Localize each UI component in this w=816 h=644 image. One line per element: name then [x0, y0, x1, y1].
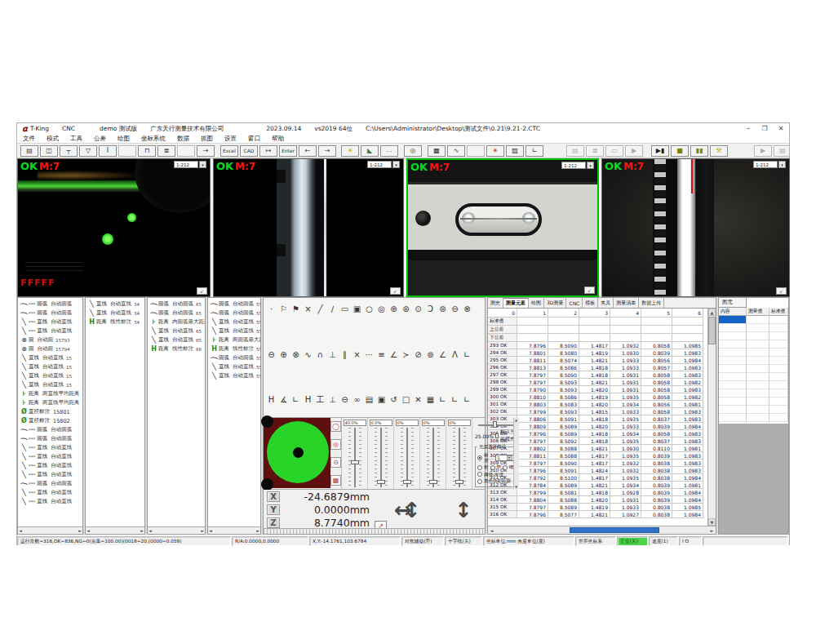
table-row[interactable]: 294 OK7.88018.50801.48191.09300.80391.09…	[488, 349, 707, 357]
laser-mark-button[interactable]: ✳	[486, 145, 504, 157]
line-tool[interactable]: ╱	[314, 303, 326, 315]
list-item[interactable]: ╲直线自动直线55	[208, 318, 260, 326]
list-item[interactable]: (***圆弧自动圆弧	[18, 425, 82, 434]
tab-3D测量[interactable]: 3D测量	[544, 298, 566, 308]
play-button[interactable]: ▶	[625, 145, 643, 157]
play-to-end-button[interactable]: ▶▮	[651, 145, 669, 157]
tab-测量清单[interactable]: 测量清单	[614, 298, 639, 308]
slider-thumb[interactable]	[403, 480, 411, 484]
ellipse-tool[interactable]: ⊖	[265, 349, 277, 361]
table-row[interactable]: 316 OK7.87968.50771.48211.09270.80381.09…	[488, 511, 707, 518]
list-item[interactable]: Η距离线性标注55	[208, 344, 260, 353]
enter-button[interactable]: Enter	[279, 145, 297, 157]
master-light-slider[interactable]	[478, 421, 513, 428]
zoom-minus-button[interactable]: - -	[380, 145, 398, 157]
status-正交(关)[interactable]: 正交(关)	[617, 536, 648, 546]
camera-resize-handle[interactable]: ↙	[197, 287, 207, 295]
tab-测光[interactable]: 测光	[488, 298, 503, 308]
element-row[interactable]	[719, 316, 788, 324]
menu-item-设置[interactable]: 设置	[219, 135, 242, 143]
tab-夹具[interactable]: 夹具	[598, 298, 614, 308]
list-item[interactable]: (圆弧自动圆弧55	[208, 353, 260, 362]
list-item[interactable]: ╲直线自动直线34	[86, 300, 144, 309]
z-axis-icon[interactable]: Z	[267, 517, 280, 528]
element-row[interactable]	[719, 349, 788, 357]
list-item[interactable]: ⊦距离两直线平均距离	[18, 389, 82, 398]
menu-item-数据[interactable]: 数据	[171, 135, 195, 143]
element-row[interactable]	[719, 324, 788, 332]
table-row[interactable]: 299 OK7.87908.50931.48201.09310.80581.09…	[488, 386, 707, 393]
table-row[interactable]: 311 OK7.87928.51001.48171.09350.80381.09…	[488, 474, 707, 482]
folder-button[interactable]: ▭	[605, 145, 623, 157]
element-row[interactable]	[719, 406, 788, 414]
scroll-down-icon[interactable]: ▼	[708, 518, 716, 526]
probe-button[interactable]: ┬	[60, 145, 78, 157]
circle-dot-tool[interactable]: ⊙	[412, 303, 424, 315]
status-速度(1)[interactable]: 速度(1)	[649, 536, 678, 546]
table-row[interactable]: 303 OK7.88068.50911.48181.09350.80371.09…	[488, 415, 707, 423]
xy-jog-pad[interactable]: ↔↕	[394, 496, 412, 524]
slider-track[interactable]	[427, 428, 440, 487]
list-item[interactable]: (***圆弧自动圆弧	[18, 300, 82, 309]
list-item[interactable]: (圆弧自动圆弧55	[208, 300, 260, 309]
light-button[interactable]: ☀	[341, 145, 359, 157]
cup-tool-button[interactable]: ⊓	[138, 145, 156, 157]
table-row[interactable]: 304 OK7.88098.50891.48201.09330.80391.09…	[488, 423, 707, 430]
menu-item-模式[interactable]: 模式	[41, 135, 64, 143]
parallel-tool[interactable]: ∥	[339, 349, 351, 361]
capture-button[interactable]: ◫	[40, 145, 58, 157]
flag-tool[interactable]: ⚐	[277, 303, 290, 315]
y-axis-icon[interactable]: Y	[267, 504, 280, 515]
dim-angle-tool[interactable]: ∡	[277, 393, 290, 406]
menu-item-抓图[interactable]: 抓图	[195, 135, 219, 143]
list-item[interactable]: ⊕圆自动圆15793	[18, 335, 82, 344]
arc-tool[interactable]: Ɔ	[424, 303, 437, 315]
circle-slash-tool[interactable]: ⊘	[412, 349, 424, 361]
list-item[interactable]: Η距离线性标注34	[86, 318, 144, 326]
tab-element[interactable]: 图元	[719, 298, 747, 308]
list-item[interactable]: ╲直线自动直线55	[208, 326, 260, 335]
list-item[interactable]: ╲***直线自动直线	[18, 497, 82, 506]
blank-1-button[interactable]	[118, 145, 136, 157]
ring-outer-light-button[interactable]: ◯	[330, 421, 341, 432]
dim-corner-tool[interactable]: ∟	[290, 393, 302, 406]
multiline-tool[interactable]: ≡	[375, 349, 388, 361]
camera-selector[interactable]: 1-212	[174, 161, 198, 168]
blank-3-button[interactable]	[467, 145, 485, 157]
h-scrollbar[interactable]: ◄►	[148, 526, 205, 534]
x-axis-icon[interactable]: X	[267, 491, 280, 502]
camera-selector[interactable]: 1-212	[561, 162, 586, 169]
menu-item-文件[interactable]: 文件	[17, 135, 41, 143]
size-radio-粗[interactable]	[477, 465, 482, 470]
slider-track[interactable]	[348, 428, 361, 487]
pause-button[interactable]: ▮▮	[690, 145, 708, 157]
list-item[interactable]: ╲***直线自动直线	[18, 326, 82, 335]
list-item[interactable]: ╲直线自动直线65	[148, 335, 205, 344]
v-scrollbar[interactable]: ▲ ▼	[707, 309, 716, 526]
element-row[interactable]	[719, 414, 788, 422]
ring-mid-light-button[interactable]: ◎	[330, 439, 341, 450]
default-mode-checkbox[interactable]	[495, 433, 499, 438]
close-button[interactable]: ✕	[773, 125, 789, 132]
step-back-button[interactable]: ←	[299, 145, 317, 157]
element-row[interactable]	[719, 357, 788, 365]
circle-tool[interactable]: ○	[363, 303, 375, 315]
element-row[interactable]	[719, 373, 788, 381]
delete-tool[interactable]: ✕	[412, 393, 424, 406]
camera-selector[interactable]: 1-212	[367, 161, 392, 168]
slider-thumb[interactable]	[377, 480, 385, 484]
table-row[interactable]: 314 OK7.88048.50881.48201.09310.80391.09…	[488, 496, 707, 504]
list-item[interactable]: ╲直线自动直线15	[18, 371, 82, 380]
goto-tool-button[interactable]: →	[197, 145, 215, 157]
list-item[interactable]: (***圆弧自动圆弧	[18, 479, 82, 488]
undo-tool[interactable]: ↺	[388, 393, 400, 406]
circle-scan-tool[interactable]: ◎	[375, 303, 388, 315]
print-button[interactable]: ≣	[586, 145, 604, 157]
coord-x-tool[interactable]: ∟	[437, 393, 449, 406]
ellipse-dense-tool[interactable]: ⊗	[290, 349, 302, 361]
list-item[interactable]: (圆弧自动圆弧65	[148, 300, 205, 309]
h-scrollbar[interactable]: ◄►	[18, 526, 82, 534]
list-item[interactable]: (圆弧自动圆弧55	[208, 309, 260, 318]
table-row[interactable]: 296 OK7.88138.50861.48181.09330.80571.09…	[488, 364, 707, 371]
circle-line-dim-tool[interactable]: ⊖	[339, 393, 351, 406]
